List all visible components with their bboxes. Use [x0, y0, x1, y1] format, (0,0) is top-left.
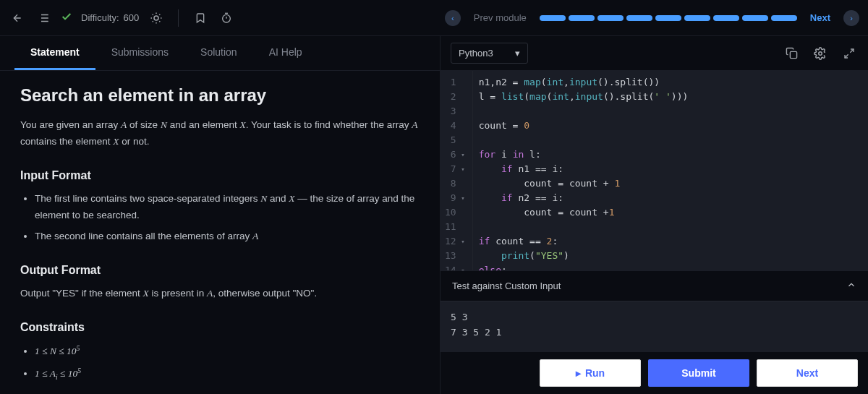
fullscreen-icon[interactable] — [841, 45, 858, 62]
back-icon[interactable] — [9, 9, 26, 27]
tab-solution[interactable]: Solution — [184, 36, 253, 70]
difficulty-label: Difficulty: — [81, 12, 119, 23]
svg-line-21 — [845, 54, 848, 58]
custom-input-body[interactable]: 5 3 7 3 5 2 1 — [441, 301, 868, 351]
list-icon[interactable] — [35, 9, 52, 27]
custom-input-toggle[interactable]: Test against Custom Input — [441, 271, 868, 301]
progress-segment — [655, 15, 681, 21]
progress-segment — [742, 15, 768, 21]
constraint-item: 1 ≤ Ai ≤ 105 — [35, 364, 420, 383]
output-desc: Output "YES" if the element X is present… — [20, 286, 420, 302]
prev-arrow[interactable]: ‹ — [445, 10, 461, 26]
next-label: Next — [796, 367, 818, 379]
constraints-heading: Constraints — [20, 321, 420, 334]
progress-segment — [713, 15, 739, 21]
tab-statement[interactable]: Statement — [14, 36, 95, 70]
svg-point-6 — [154, 16, 158, 20]
check-icon — [61, 11, 72, 25]
line-gutter: 123456▾7▾89▾101112▾1314▾15 — [441, 71, 473, 270]
code-editor[interactable]: 123456▾7▾89▾101112▾1314▾15 n1,n2 = map(i… — [441, 71, 868, 270]
tab-submissions[interactable]: Submissions — [95, 36, 184, 70]
progress-segment — [569, 15, 595, 21]
tab-ai-help[interactable]: AI Help — [253, 36, 318, 70]
progress-segment — [684, 15, 710, 21]
svg-line-20 — [850, 49, 854, 53]
code-area[interactable]: n1,n2 = map(int,input().split())l = list… — [473, 71, 694, 270]
svg-line-14 — [159, 14, 160, 14]
prev-module-link[interactable]: Prev module — [468, 9, 532, 26]
difficulty-value: 600 — [124, 12, 140, 23]
statement-body: Search an element in an array You are gi… — [0, 71, 440, 394]
play-icon: ▸ — [576, 367, 581, 379]
sun-icon[interactable] — [148, 9, 165, 27]
submit-button[interactable]: Submit — [648, 359, 749, 387]
svg-point-19 — [819, 51, 822, 55]
svg-point-15 — [223, 14, 231, 22]
svg-line-9 — [153, 14, 153, 14]
custom-input-label: Test against Custom Input — [452, 280, 561, 291]
bookmark-icon[interactable] — [192, 9, 209, 27]
progress-segment — [771, 15, 797, 21]
progress-segment — [597, 15, 624, 21]
problem-intro: You are given an array A of size N and a… — [20, 117, 420, 150]
chevron-up-icon — [846, 280, 856, 292]
svg-line-13 — [153, 21, 153, 22]
input-format-heading: Input Format — [20, 169, 420, 182]
problem-title: Search an element in an array — [20, 85, 420, 106]
timer-icon[interactable] — [218, 9, 235, 27]
divider — [178, 9, 179, 27]
svg-rect-18 — [790, 51, 796, 58]
progress-segment — [626, 15, 652, 21]
chevron-down-icon: ▾ — [515, 48, 520, 59]
language-label: Python3 — [459, 48, 493, 59]
input-item: The first line contains two space-separa… — [35, 191, 420, 224]
next-link[interactable]: Next — [804, 9, 836, 26]
problem-tabs: Statement Submissions Solution AI Help — [0, 36, 440, 71]
copy-icon[interactable] — [783, 45, 800, 62]
gear-icon[interactable] — [812, 45, 829, 62]
run-button[interactable]: ▸ Run — [540, 359, 641, 387]
output-format-heading: Output Format — [20, 264, 420, 277]
difficulty-indicator: Difficulty: 600 — [81, 12, 139, 23]
language-select[interactable]: Python3 ▾ — [451, 43, 528, 64]
progress-segment — [540, 15, 566, 21]
next-arrow[interactable]: › — [843, 10, 859, 26]
svg-line-10 — [159, 21, 160, 22]
progress-bar — [540, 15, 797, 21]
next-button[interactable]: Next — [757, 359, 858, 387]
constraint-item: 1 ≤ N ≤ 105 — [35, 343, 420, 360]
run-label: Run — [585, 367, 605, 379]
submit-label: Submit — [681, 367, 715, 379]
input-item: The second line contains all the element… — [35, 228, 420, 245]
